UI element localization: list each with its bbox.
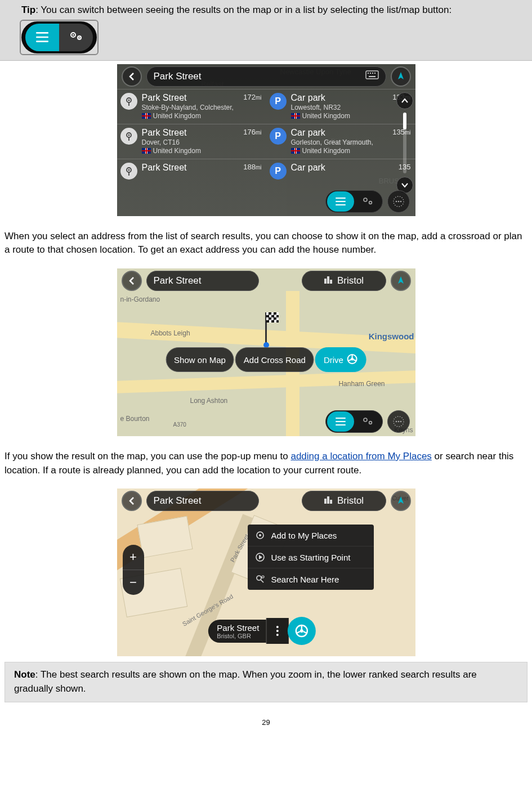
search-result-item[interactable]: Park Street172mi Stoke-By-Nayland, Colch… — [117, 89, 266, 124]
svg-line-64 — [303, 631, 306, 633]
svg-point-30 — [400, 200, 401, 202]
search-field[interactable]: Park Street — [146, 491, 259, 511]
svg-point-26 — [369, 201, 372, 204]
svg-point-20 — [128, 169, 129, 171]
destination-flag-icon — [263, 312, 269, 348]
location-more-button[interactable] — [266, 618, 288, 644]
search-result-item[interactable]: P Car park135 — [266, 159, 415, 194]
svg-point-61 — [299, 629, 303, 633]
page-number: 29 — [0, 718, 532, 727]
svg-rect-49 — [327, 496, 329, 504]
svg-point-46 — [397, 421, 399, 423]
scroll-up-button[interactable] — [396, 92, 413, 109]
orientation-button[interactable] — [391, 271, 411, 291]
search-result-item[interactable]: P Car park133mi Lowestoft, NR32United Ki… — [266, 89, 415, 124]
orientation-button[interactable] — [391, 66, 411, 87]
city-pill[interactable]: Bristol — [302, 271, 386, 291]
svg-point-28 — [395, 200, 397, 202]
back-button[interactable] — [122, 271, 142, 291]
steering-wheel-icon — [347, 353, 358, 366]
svg-point-3 — [71, 33, 75, 37]
svg-rect-9 — [370, 73, 371, 74]
list-map-toggle[interactable] — [325, 190, 383, 213]
svg-rect-32 — [327, 276, 329, 284]
svg-point-58 — [276, 630, 279, 632]
map-label: n-in-Gordano — [120, 295, 160, 303]
uk-flag-icon — [291, 113, 300, 119]
zoom-out-button[interactable]: − — [123, 570, 144, 595]
search-field[interactable]: Park Street — [146, 66, 386, 87]
svg-point-6 — [79, 37, 80, 38]
city-pill[interactable]: Bristol — [302, 491, 386, 511]
location-sub: Bristol, GBR — [217, 633, 259, 639]
map-label: Kingswood — [369, 331, 414, 341]
search-result-item[interactable]: Park Street188mi — [117, 159, 266, 194]
city-icon — [324, 495, 333, 507]
options-button[interactable] — [387, 190, 410, 213]
svg-point-47 — [400, 421, 401, 423]
orientation-button[interactable] — [391, 491, 411, 511]
svg-line-55 — [261, 580, 263, 583]
svg-point-56 — [262, 576, 264, 578]
svg-point-25 — [364, 198, 367, 201]
search-near-icon — [254, 573, 266, 585]
options-button[interactable] — [387, 410, 410, 433]
keyboard-icon — [365, 70, 379, 82]
uk-flag-icon — [142, 148, 151, 154]
search-near-here-item[interactable]: Search Near Here — [248, 568, 374, 590]
drive-button[interactable]: Drive — [315, 347, 366, 372]
drive-to-location-button[interactable] — [287, 617, 315, 645]
search-field[interactable]: Park Street — [146, 271, 259, 291]
map-label: Long Ashton — [190, 397, 228, 405]
note-text: : The best search results are shown on t… — [14, 669, 477, 694]
address-pin-icon — [120, 128, 137, 145]
scroll-rail — [396, 92, 413, 194]
svg-point-59 — [276, 634, 279, 636]
city-name: Bristol — [337, 275, 364, 286]
show-on-map-button[interactable]: Show on Map — [166, 347, 234, 372]
map-view-icon — [59, 24, 93, 51]
search-text: Park Street — [154, 495, 202, 507]
tip-text: : You can switch between seeing the resu… — [35, 5, 451, 15]
my-places-link[interactable]: adding a location from My Places — [290, 451, 431, 461]
zoom-in-button[interactable]: + — [123, 545, 144, 570]
svg-point-57 — [276, 626, 279, 628]
parking-icon: P — [270, 128, 287, 145]
tip-label: Tip — [21, 5, 35, 15]
search-text: Park Street — [154, 275, 202, 286]
svg-rect-10 — [372, 73, 373, 74]
svg-rect-11 — [374, 73, 375, 74]
add-to-my-places-item[interactable]: Add to My Places — [248, 525, 374, 546]
target-icon — [254, 530, 266, 541]
map-label: A370 — [173, 422, 186, 428]
address-pin-icon — [120, 93, 137, 110]
back-button[interactable] — [122, 491, 142, 511]
svg-point-52 — [259, 534, 261, 536]
svg-point-43 — [369, 422, 372, 424]
result-actions-screenshot: n-in-Gordano Abbots Leigh Long Ashton Ha… — [117, 268, 415, 436]
svg-point-42 — [364, 418, 367, 422]
use-as-starting-point-item[interactable]: Use as Starting Point — [248, 546, 374, 568]
parking-icon: P — [270, 163, 287, 180]
tip-callout: Tip: You can switch between seeing the r… — [0, 0, 532, 61]
uk-flag-icon — [142, 113, 151, 119]
paragraph-2: If you show the result on the map, you c… — [0, 442, 532, 485]
svg-point-17 — [128, 134, 129, 136]
location-pill: Park Street Bristol, GBR — [208, 617, 315, 645]
svg-point-14 — [128, 99, 129, 101]
note-callout: Note: The best search results are shown … — [5, 662, 527, 702]
map-label: Abbots Leigh — [151, 329, 190, 337]
address-pin-icon — [120, 163, 137, 180]
search-result-item[interactable]: P Car park135mi Gorleston, Great Yarmout… — [266, 124, 415, 159]
svg-point-45 — [395, 421, 397, 423]
svg-point-29 — [397, 200, 399, 202]
note-label: Note — [14, 669, 35, 680]
uk-flag-icon — [291, 148, 300, 154]
back-button[interactable] — [122, 66, 142, 87]
search-result-item[interactable]: Park Street176mi Dover, CT16United Kingd… — [117, 124, 266, 159]
list-map-toggle[interactable] — [325, 410, 383, 433]
add-cross-road-button[interactable]: Add Cross Road — [235, 347, 314, 372]
context-menu-screenshot: Park Street Saint George's Road Culver P… — [117, 489, 415, 656]
location-info[interactable]: Park Street Bristol, GBR — [208, 620, 266, 643]
map-view-icon — [354, 411, 381, 432]
